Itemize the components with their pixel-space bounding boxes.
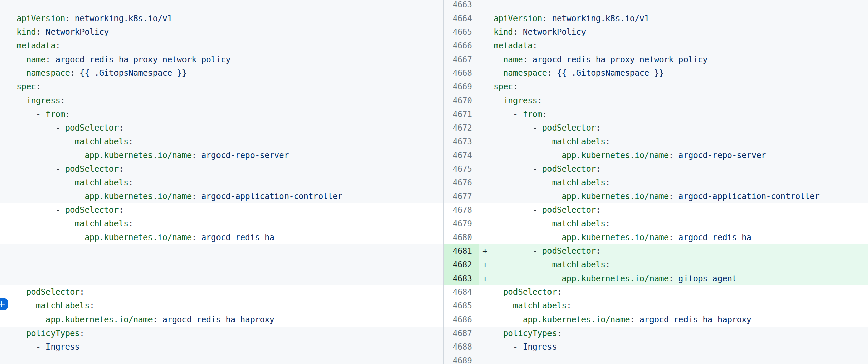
diff-row: app.kubernetes.io/name: argocd-applicati… (0, 190, 868, 203)
new-line-number[interactable]: 4663 (444, 0, 479, 12)
old-code-cell: app.kubernetes.io/name: argocd-redis-ha-… (0, 313, 443, 327)
code-token: networking.k8s.io/v1 (552, 14, 649, 23)
new-line-number[interactable]: 4684 (444, 285, 479, 299)
code-token: - (494, 342, 523, 352)
new-line-number[interactable]: 4675 (444, 162, 479, 176)
code-token: matchLabels (552, 219, 606, 228)
code-token: podSelector (503, 287, 557, 297)
code-token: {{ .GitopsNamespace }} (557, 68, 664, 78)
new-line-number[interactable]: 4666 (444, 39, 479, 53)
code-token: matchLabels (552, 178, 606, 187)
code-token: : (557, 287, 562, 297)
diff-row: matchLabels:4685 matchLabels: (0, 299, 868, 313)
old-code-cell: - podSelector: (0, 121, 443, 135)
old-code-cell: matchLabels: (0, 176, 443, 190)
code-token: : (606, 137, 610, 146)
code-token: argocd-redis-ha (202, 233, 274, 242)
diff-row: app.kubernetes.io/name: argocd-repo-serv… (0, 149, 868, 163)
new-line-number[interactable]: 4667 (444, 53, 479, 67)
old-code-cell: app.kubernetes.io/name: argocd-redis-ha (0, 231, 443, 244)
code-token: : (119, 123, 123, 133)
code-token: matchLabels (75, 219, 128, 228)
new-line-number[interactable]: 4677 (444, 190, 479, 203)
code-token: matchLabels (75, 137, 128, 146)
code-token: : (36, 27, 46, 37)
new-side-cell: 4683+ app.kubernetes.io/name: gitops-age… (443, 272, 868, 286)
new-line-number[interactable]: 4678 (444, 203, 479, 217)
code-token: - (17, 123, 65, 133)
new-code-cell: matchLabels: (479, 217, 868, 231)
new-line-number[interactable]: 4681 (444, 244, 479, 258)
new-line-number[interactable]: 4672 (444, 121, 479, 135)
new-line-number[interactable]: 4682 (444, 258, 479, 272)
new-side-cell: 4668 namespace: {{ .GitopsNamespace }} (443, 66, 868, 80)
new-code-cell: matchLabels: (479, 135, 868, 149)
new-code-cell: --- (479, 0, 868, 12)
code-token (494, 68, 503, 78)
code-token: - (494, 205, 542, 214)
code-token: name (503, 55, 523, 64)
new-code-cell: + matchLabels: (479, 258, 868, 272)
code-token (494, 274, 562, 283)
new-line-number[interactable]: 4689 (444, 354, 479, 364)
new-side-cell: 4674 app.kubernetes.io/name: argocd-repo… (443, 149, 868, 163)
code-token: : (65, 14, 75, 23)
new-side-cell: 4678 - podSelector: (443, 203, 868, 217)
new-line-number[interactable]: 4668 (444, 66, 479, 80)
new-code-cell: - podSelector: (479, 203, 868, 217)
new-line-number[interactable]: 4683 (444, 272, 479, 286)
new-line-number[interactable]: 4687 (444, 327, 479, 340)
code-token (17, 219, 75, 228)
code-token: : (557, 329, 562, 338)
code-token: argocd-application-controller (202, 192, 342, 201)
code-token: app.kubernetes.io/name (562, 192, 669, 201)
new-line-number[interactable]: 4664 (444, 12, 479, 26)
new-code-cell: name: argocd-redis-ha-proxy-network-poli… (479, 53, 868, 67)
code-token: app.kubernetes.io/name (85, 233, 192, 242)
code-token: argocd-repo-server (678, 151, 766, 160)
code-token: - (494, 123, 542, 133)
code-token: gitops-agent (678, 274, 737, 283)
old-code-cell: name: argocd-redis-ha-proxy-network-poli… (0, 53, 443, 67)
new-side-cell: 4672 - podSelector: (443, 121, 868, 135)
old-code-cell: apiVersion: networking.k8s.io/v1 (0, 12, 443, 26)
new-line-number[interactable]: 4686 (444, 313, 479, 327)
old-code-cell: matchLabels: (0, 135, 443, 149)
new-line-number[interactable]: 4688 (444, 340, 479, 354)
new-line-number[interactable]: 4676 (444, 176, 479, 190)
new-line-number[interactable]: 4679 (444, 217, 479, 231)
code-token (494, 287, 503, 297)
code-token: from (46, 110, 65, 119)
new-line-number[interactable]: 4674 (444, 149, 479, 163)
new-code-cell: podSelector: (479, 285, 868, 299)
new-side-cell: 4689--- (443, 354, 868, 364)
new-side-cell: 4680 app.kubernetes.io/name: argocd-redi… (443, 231, 868, 244)
code-token: namespace (503, 68, 547, 78)
code-token: matchLabels (513, 301, 567, 310)
code-token: spec (17, 82, 36, 92)
new-line-number[interactable]: 4673 (444, 135, 479, 149)
code-token: name (26, 55, 46, 64)
new-code-cell: --- (479, 354, 868, 364)
code-token: matchLabels (552, 137, 606, 146)
new-code-cell: apiVersion: networking.k8s.io/v1 (479, 12, 868, 26)
new-line-number[interactable]: 4670 (444, 94, 479, 108)
old-code-cell: kind: NetworkPolicy (0, 25, 443, 39)
code-token: app.kubernetes.io/name (562, 274, 669, 283)
code-token: podSelector (542, 246, 596, 256)
add-comment-button[interactable]: + (0, 298, 8, 310)
old-code-cell: --- (0, 354, 443, 364)
new-line-number[interactable]: 4685 (444, 299, 479, 313)
diff-row: app.kubernetes.io/name: argocd-redis-ha-… (0, 313, 868, 327)
code-token (17, 68, 26, 78)
new-line-number[interactable]: 4680 (444, 231, 479, 244)
diff-row: matchLabels:4679 matchLabels: (0, 217, 868, 231)
new-line-number[interactable]: 4669 (444, 80, 479, 94)
code-token (17, 55, 26, 64)
new-line-number[interactable]: 4671 (444, 108, 479, 122)
code-token (494, 151, 562, 160)
code-token (494, 96, 503, 105)
new-line-number[interactable]: 4665 (444, 25, 479, 39)
code-token: argocd-redis-ha-proxy-network-policy (56, 55, 230, 64)
code-token: Ingress (523, 342, 557, 352)
